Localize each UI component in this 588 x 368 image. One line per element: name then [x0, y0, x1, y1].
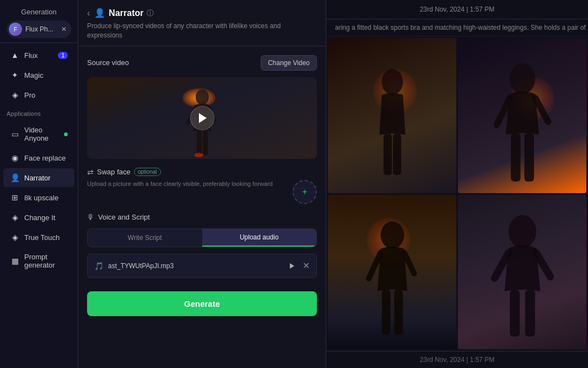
sidebar-narrator-label: Narrator: [24, 174, 51, 182]
sidebar-item-face-replace[interactable]: ◉ Face replace: [3, 148, 74, 167]
upscale-icon: ⊞: [10, 193, 20, 202]
svg-rect-9: [524, 133, 533, 181]
sidebar-flux-label: Flux: [24, 51, 38, 60]
change-video-button[interactable]: Change Video: [261, 55, 317, 71]
video-anyone-icon: ▭: [10, 130, 20, 138]
svg-rect-8: [511, 133, 520, 181]
magic-icon: ✦: [10, 71, 20, 79]
svg-rect-15: [525, 290, 535, 337]
svg-point-10: [380, 221, 404, 249]
svg-rect-11: [381, 290, 390, 334]
gallery-footer-timestamp: 23rd Nov, 2024 | 1:57 PM: [420, 356, 495, 364]
svg-point-0: [196, 89, 209, 105]
gallery-item-2[interactable]: [458, 38, 586, 193]
gallery-grid: [326, 36, 588, 351]
sidebar-video-anyone-label: Video Anyone: [24, 126, 60, 142]
sidebar-top: Generation F Flux Ph... ✕: [0, 0, 78, 43]
generate-button[interactable]: Generate: [87, 291, 317, 316]
svg-rect-2: [203, 130, 208, 155]
svg-rect-14: [510, 290, 520, 337]
user-chip[interactable]: F Flux Ph... ✕: [7, 20, 71, 38]
svg-rect-6: [393, 134, 401, 175]
swap-face-header: ⇄ Swap face optional: [87, 168, 317, 177]
gallery-image-4: [458, 195, 586, 350]
swap-icon: ⇄: [87, 168, 94, 177]
panel-title-row: 👤 Narrator ⓘ: [94, 8, 154, 18]
figure-2: [484, 57, 561, 193]
gallery-image-2: [458, 38, 586, 193]
info-icon[interactable]: ⓘ: [147, 8, 154, 18]
sidebar-item-true-touch[interactable]: ◈ True Touch: [3, 228, 74, 247]
optional-badge: optional: [134, 168, 161, 176]
gallery-description-text: aring a fitted black sports bra and matc…: [335, 24, 588, 31]
sidebar-item-magic[interactable]: ✦ Magic: [3, 66, 74, 84]
svg-point-7: [509, 63, 535, 94]
back-arrow-icon[interactable]: ‹: [87, 8, 90, 18]
gallery-footer: 23rd Nov, 2024 | 1:57 PM: [326, 351, 588, 368]
pro-icon: ◈: [10, 90, 20, 99]
tab-upload-audio[interactable]: Upload audio: [202, 229, 317, 247]
swap-face-content: Upload a picture with a face clearly vis…: [87, 180, 317, 204]
swap-face-label: Swap face: [97, 168, 131, 176]
gallery-item-3[interactable]: [328, 195, 456, 350]
change-it-icon: ◈: [10, 213, 20, 222]
sidebar-item-prompt-generator[interactable]: ▦ Prompt generator: [3, 248, 74, 274]
gallery-description-row: aring a fitted black sports bra and matc…: [326, 19, 588, 36]
user-close-button[interactable]: ✕: [61, 25, 67, 33]
panel-header: ‹ 👤 Narrator ⓘ Produce lip-synced videos…: [78, 0, 326, 46]
panel-body: Source video Change Video: [78, 46, 326, 368]
swap-face-description: Upload a picture with a face clearly vis…: [87, 180, 286, 188]
panel-description: Produce lip-synced videos of any charact…: [87, 22, 317, 40]
true-touch-icon: ◈: [10, 233, 20, 242]
voice-icon: 🎙: [87, 213, 95, 222]
audio-file-icon: 🎵: [94, 262, 104, 270]
play-triangle-icon: [199, 113, 207, 123]
svg-point-3: [195, 153, 203, 157]
audio-play-triangle-icon: [290, 263, 294, 269]
avatar-initial: F: [14, 26, 17, 33]
gallery-image-3: [328, 195, 456, 350]
gallery-item-4[interactable]: [458, 195, 586, 350]
sidebar-item-flux[interactable]: ▲ Flux 1: [3, 46, 74, 65]
source-video-label: Source video: [87, 58, 129, 67]
audio-remove-button[interactable]: ✕: [303, 260, 310, 271]
flux-badge: 1: [58, 52, 68, 59]
avatar: F: [9, 23, 22, 36]
sidebar: Generation F Flux Ph... ✕ ▲ Flux 1 ✦ Mag…: [0, 0, 78, 368]
sidebar-item-video-anyone[interactable]: ▭ Video Anyone: [3, 121, 74, 147]
svg-rect-1: [197, 130, 202, 155]
user-name: Flux Ph...: [25, 25, 58, 33]
svg-rect-5: [383, 134, 391, 175]
audio-file-row: 🎵 ast_TYWUtPApJI.mp3 ✕: [87, 254, 317, 278]
script-tabs: Write Script Upload audio: [87, 228, 317, 247]
voice-script-section: 🎙 Voice and Script Write Script Upload a…: [87, 213, 317, 278]
audio-filename: ast_TYWUtPApJI.mp3: [108, 262, 282, 270]
sidebar-face-replace-label: Face replace: [24, 154, 66, 162]
narrator-icon: 👤: [10, 173, 20, 182]
audio-play-button[interactable]: [286, 260, 298, 272]
generation-label: Generation: [7, 8, 71, 16]
sidebar-magic-label: Magic: [24, 71, 44, 79]
sidebar-item-change-it[interactable]: ◈ Change It: [3, 208, 74, 227]
narrator-emoji-icon: 👤: [94, 8, 105, 18]
face-upload-button[interactable]: +: [293, 180, 317, 204]
video-anyone-dot: [64, 132, 68, 136]
svg-point-4: [381, 69, 402, 95]
sidebar-item-8k-upscale[interactable]: ⊞ 8k upscale: [3, 188, 74, 207]
sidebar-true-touch-label: True Touch: [24, 233, 60, 242]
play-button[interactable]: [190, 106, 214, 130]
gallery-item-1[interactable]: [328, 38, 456, 193]
gallery-panel: 23rd Nov, 2024 | 1:57 PM aring a fitted …: [326, 0, 588, 368]
sidebar-pro-label: Pro: [24, 91, 35, 99]
svg-point-13: [508, 215, 536, 248]
sidebar-item-pro[interactable]: ◈ Pro: [3, 86, 74, 104]
flux-icon: ▲: [10, 51, 20, 60]
face-replace-icon: ◉: [10, 153, 20, 162]
gallery-header: 23rd Nov, 2024 | 1:57 PM: [326, 0, 588, 19]
swap-face-section: ⇄ Swap face optional Upload a picture wi…: [87, 168, 317, 204]
sidebar-item-narrator[interactable]: 👤 Narrator: [3, 168, 74, 187]
tab-write-script[interactable]: Write Script: [88, 229, 202, 247]
video-preview[interactable]: [87, 77, 317, 159]
sidebar-prompt-gen-label: Prompt generator: [24, 253, 68, 269]
applications-section-label: Applications: [0, 105, 78, 120]
